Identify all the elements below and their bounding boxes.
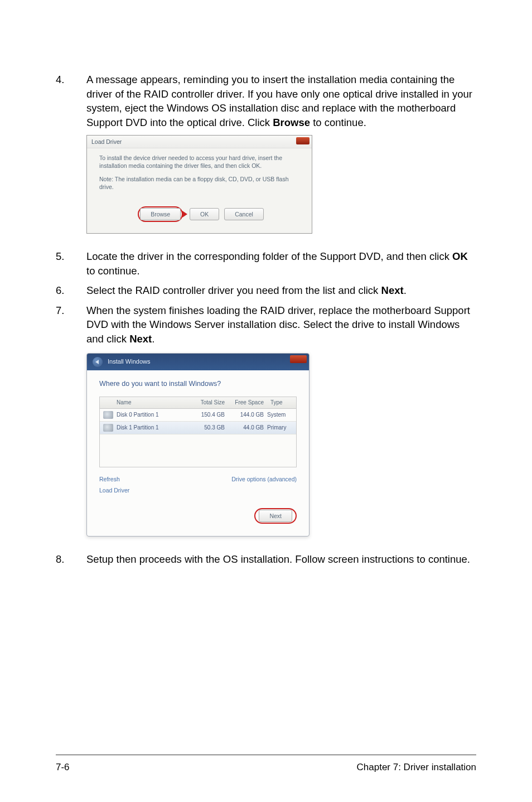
row-name: Disk 1 Partition 1: [117, 424, 190, 432]
browse-button[interactable]: Browse: [140, 208, 181, 220]
step-5-text-a: Locate the driver in the corresponding f…: [86, 250, 452, 262]
chapter-title: Chapter 7: Driver installation: [357, 762, 476, 773]
close-icon[interactable]: [296, 137, 309, 144]
step-number: 4.: [56, 73, 86, 129]
next-highlight: Next: [254, 508, 297, 524]
row-ts: 150.4 GB: [190, 411, 225, 419]
col-name: Name: [113, 397, 194, 408]
row-ts: 50.3 GB: [190, 424, 225, 432]
step-6-text-b: .: [404, 284, 407, 296]
step-text: Select the RAID controller driver you ne…: [86, 283, 476, 298]
dialog-message: To install the device driver needed to a…: [99, 154, 304, 170]
dialog-title: Load Driver: [91, 138, 122, 145]
table-row[interactable]: Disk 1 Partition 1 50.3 GB 44.0 GB Prima…: [100, 422, 296, 434]
step-8-text: Setup then proceeds with the OS installa…: [86, 553, 470, 565]
table-row[interactable]: Disk 0 Partition 1 150.4 GB 144.0 GB Sys…: [100, 409, 296, 422]
table-empty: [100, 434, 296, 467]
col-freespace: Free Space: [228, 397, 267, 408]
arrow-icon: [182, 211, 187, 218]
dialog2-titlebar: Install Windows: [87, 354, 309, 370]
refresh-link[interactable]: Refresh: [99, 475, 120, 483]
load-driver-dialog: Load Driver To install the device driver…: [86, 135, 312, 234]
step-number: 8.: [56, 552, 86, 567]
step-text: A message appears, reminding you to inse…: [86, 73, 476, 129]
step-number: 7.: [56, 303, 86, 346]
col-totalsize: Total Size: [194, 397, 228, 408]
dialog-titlebar: Load Driver: [87, 136, 312, 148]
step-7-text-b: .: [152, 333, 154, 345]
step-5-text-b: to continue.: [86, 265, 140, 277]
ok-button[interactable]: OK: [190, 208, 219, 220]
step-5: 5. Locate the driver in the correspondin…: [56, 249, 476, 278]
step-text: When the system finishes loading the RAI…: [86, 303, 476, 346]
step-6-text-a: Select the RAID controller driver you ne…: [86, 284, 381, 296]
step-6: 6. Select the RAID controller driver you…: [56, 283, 476, 298]
dialog2-title: Install Windows: [108, 357, 150, 364]
row-tp: Primary: [264, 424, 293, 432]
install-windows-dialog: Install Windows Where do you want to ins…: [86, 353, 309, 537]
step-4-text-b: to continue.: [310, 117, 366, 128]
close-icon[interactable]: [290, 355, 307, 363]
step-7-bold: Next: [129, 333, 152, 345]
step-text: Locate the driver in the corresponding f…: [86, 249, 476, 278]
page-content: 4. A message appears, reminding you to i…: [56, 73, 476, 567]
step-6-bold: Next: [381, 284, 404, 296]
col-type: Type: [267, 397, 296, 408]
page-footer: 7-6 Chapter 7: Driver installation: [56, 755, 476, 773]
advanced-link[interactable]: Drive options (advanced): [231, 475, 297, 483]
dialog2-links: Refresh Drive options (advanced): [99, 475, 297, 483]
back-icon[interactable]: [93, 357, 103, 367]
dialog-button-row: Browse OK Cancel: [99, 206, 304, 228]
page-number: 7-6: [56, 762, 70, 773]
row-name: Disk 0 Partition 1: [117, 411, 190, 419]
table-header: Name Total Size Free Space Type: [100, 397, 296, 409]
step-4: 4. A message appears, reminding you to i…: [56, 73, 476, 129]
step-5-bold: OK: [452, 250, 468, 262]
drive-icon: [103, 424, 113, 432]
step-8: 8. Setup then proceeds with the OS insta…: [56, 552, 476, 567]
cancel-button[interactable]: Cancel: [224, 208, 264, 220]
drive-icon: [103, 411, 113, 419]
partition-table: Name Total Size Free Space Type Disk 0 P…: [99, 397, 297, 467]
next-button-row: Next: [99, 508, 297, 524]
browse-highlight: Browse: [138, 206, 183, 222]
row-fs: 144.0 GB: [225, 411, 264, 419]
dialog-note: Note: The installation media can be a fl…: [99, 175, 304, 191]
step-7: 7. When the system finishes loading the …: [56, 303, 476, 346]
next-button[interactable]: Next: [259, 510, 292, 522]
step-text: Setup then proceeds with the OS installa…: [86, 552, 476, 567]
row-fs: 44.0 GB: [225, 424, 264, 432]
load-driver-link[interactable]: Load Driver: [99, 486, 297, 494]
step-number: 5.: [56, 249, 86, 278]
step-4-bold: Browse: [273, 117, 310, 128]
step-number: 6.: [56, 283, 86, 298]
row-tp: System: [264, 411, 293, 419]
dialog2-question: Where do you want to install Windows?: [99, 379, 297, 389]
